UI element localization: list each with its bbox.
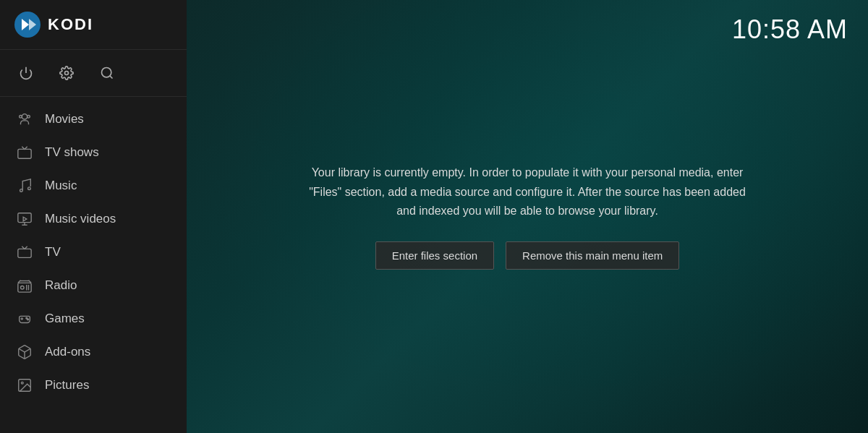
empty-library-panel: Your library is currently empty. In orde… <box>274 142 780 291</box>
svg-point-22 <box>27 319 29 320</box>
power-icon <box>19 66 33 80</box>
svg-point-7 <box>22 114 27 119</box>
svg-point-8 <box>20 116 22 119</box>
sidebar-item-games[interactable]: Games <box>0 302 187 335</box>
movies-label: Movies <box>45 112 84 127</box>
sidebar-item-music[interactable]: Music <box>0 169 187 202</box>
musicvideos-label: Music videos <box>45 212 116 226</box>
games-icon <box>16 310 33 327</box>
app-title: KODI <box>48 15 93 34</box>
svg-point-18 <box>21 286 25 289</box>
addons-icon <box>16 343 33 361</box>
power-button[interactable] <box>16 63 36 83</box>
movies-icon <box>16 111 33 128</box>
music-label: Music <box>45 179 77 193</box>
gear-icon <box>59 66 74 80</box>
musicvideos-icon <box>16 210 33 228</box>
main-nav: Movies TV shows Music <box>0 97 187 433</box>
search-button[interactable] <box>97 63 117 83</box>
svg-line-6 <box>110 76 113 79</box>
sidebar-item-movies[interactable]: Movies <box>0 103 187 136</box>
sidebar-item-pictures[interactable]: Pictures <box>0 369 187 402</box>
radio-icon <box>16 277 33 294</box>
enter-files-button[interactable]: Enter files section <box>375 241 494 270</box>
svg-rect-10 <box>18 149 31 158</box>
pictures-label: Pictures <box>45 378 89 393</box>
sidebar-item-tvshows[interactable]: TV shows <box>0 136 187 169</box>
tv-icon <box>16 244 33 261</box>
svg-point-21 <box>26 317 27 319</box>
svg-point-5 <box>102 68 111 77</box>
sidebar-action-icons <box>0 50 187 97</box>
svg-point-4 <box>65 72 69 75</box>
sidebar: KODI <box>0 0 187 433</box>
svg-point-9 <box>27 116 30 119</box>
addons-label: Add-ons <box>45 345 90 359</box>
kodi-logo-icon <box>14 12 41 38</box>
sidebar-item-addons[interactable]: Add-ons <box>0 335 187 369</box>
pictures-icon <box>16 377 33 394</box>
games-label: Games <box>45 312 85 326</box>
sidebar-item-tv[interactable]: TV <box>0 236 187 269</box>
sidebar-item-musicvideos[interactable]: Music videos <box>0 202 187 236</box>
settings-button[interactable] <box>56 63 77 83</box>
action-buttons: Enter files section Remove this main men… <box>303 241 752 270</box>
tvshows-label: TV shows <box>45 145 99 160</box>
main-content: 10:58 AM Your library is currently empty… <box>187 0 868 433</box>
music-icon <box>16 177 33 194</box>
tvshows-icon <box>16 144 33 161</box>
tv-label: TV <box>45 245 61 260</box>
sidebar-header: KODI <box>0 0 187 50</box>
svg-rect-17 <box>18 283 31 292</box>
clock-display: 10:58 AM <box>732 14 848 45</box>
sidebar-item-radio[interactable]: Radio <box>0 269 187 302</box>
svg-point-25 <box>21 382 23 384</box>
radio-label: Radio <box>45 278 77 293</box>
library-empty-message: Your library is currently empty. In orde… <box>303 163 752 220</box>
svg-rect-14 <box>18 249 31 257</box>
remove-menu-item-button[interactable]: Remove this main menu item <box>506 241 679 270</box>
search-icon <box>100 66 114 80</box>
